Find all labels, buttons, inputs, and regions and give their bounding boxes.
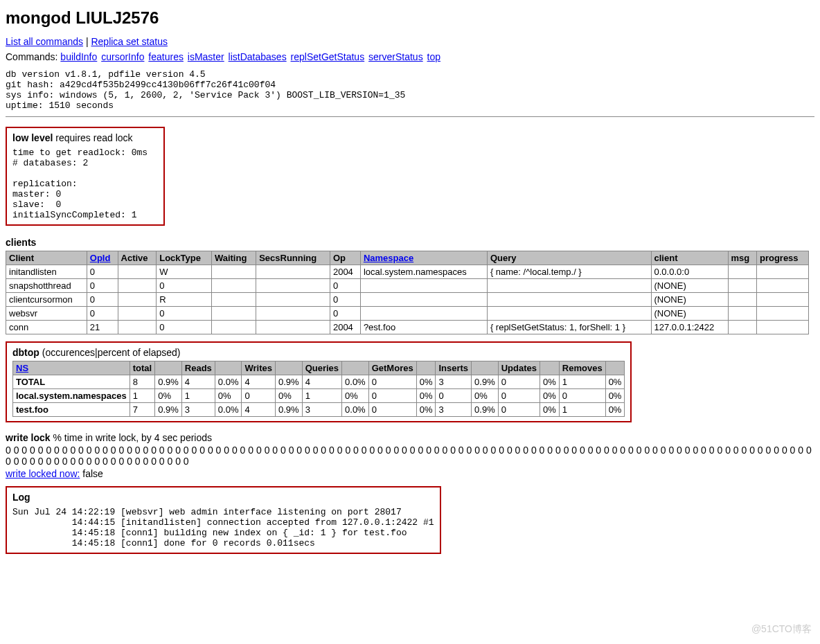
- write-locked-now-link[interactable]: write locked now:: [6, 468, 80, 479]
- page-title: mongod LIULJ2576: [6, 8, 814, 28]
- col-header[interactable]: OpId: [87, 251, 118, 265]
- table-cell: 0.0%: [215, 403, 242, 417]
- col-header: Reads: [181, 361, 215, 375]
- table-cell: 1: [302, 389, 341, 403]
- col-header: [342, 361, 369, 375]
- table-cell: [211, 321, 256, 334]
- table-cell: 1: [559, 403, 605, 417]
- table-row: test.foo70.9%30.0%40.9%30.0%00%30.9%00%1…: [13, 403, 625, 417]
- table-cell: 0%: [540, 375, 560, 389]
- list-all-commands-link[interactable]: List all commands: [6, 36, 83, 47]
- table-cell: snapshotthread: [6, 279, 87, 293]
- col-header: [275, 361, 302, 375]
- table-cell: 0: [330, 307, 360, 321]
- command-link-buildInfo[interactable]: buildInfo: [60, 51, 97, 62]
- col-header: Writes: [242, 361, 276, 375]
- table-cell: 3: [436, 403, 472, 417]
- table-cell: [756, 307, 808, 321]
- table-cell: 0: [368, 403, 416, 417]
- col-header: msg: [728, 251, 756, 265]
- clients-table: ClientOpIdActiveLockTypeWaitingSecsRunni…: [6, 251, 809, 334]
- command-link-replSetGetStatus[interactable]: replSetGetStatus: [291, 51, 365, 62]
- table-cell: 4: [242, 403, 276, 417]
- table-cell: 127.0.0.1:2422: [651, 321, 728, 334]
- table-cell: initandlisten: [6, 265, 87, 279]
- table-cell: 0.0%: [215, 375, 242, 389]
- table-cell: 1: [130, 389, 154, 403]
- table-cell: [118, 307, 157, 321]
- table-cell: 0: [87, 293, 118, 307]
- table-cell: [728, 279, 756, 293]
- lowlevel-heading-bold: low level: [12, 132, 53, 143]
- divider: [6, 116, 814, 117]
- table-cell: [360, 279, 487, 293]
- replica-set-status-link[interactable]: Replica set status: [91, 36, 168, 47]
- command-separator: [98, 51, 100, 62]
- table-cell: 0: [498, 375, 540, 389]
- col-header: Inserts: [436, 361, 472, 375]
- command-link-top[interactable]: top: [427, 51, 440, 62]
- table-cell: clientcursormon: [6, 293, 87, 307]
- dbtop-title-bold: dbtop: [12, 347, 39, 358]
- command-link-serverStatus[interactable]: serverStatus: [368, 51, 423, 62]
- table-cell: 0: [330, 293, 360, 307]
- col-header: Op: [330, 251, 360, 265]
- col-header: LockType: [157, 251, 212, 265]
- table-cell: 0.0%: [342, 375, 369, 389]
- clients-title: clients: [6, 237, 814, 248]
- command-separator: [145, 51, 148, 62]
- col-header: client: [651, 251, 728, 265]
- command-link-listDatabases[interactable]: listDatabases: [229, 51, 287, 62]
- table-cell: TOTAL: [13, 375, 130, 389]
- col-header: GetMores: [368, 361, 416, 375]
- col-header-link[interactable]: NS: [16, 363, 28, 373]
- table-cell: (NONE): [651, 279, 728, 293]
- command-link-cursorInfo[interactable]: cursorInfo: [101, 51, 144, 62]
- table-cell: 0%: [155, 389, 182, 403]
- writelock-zeros: 0 0 0 0 0 0 0 0 0 0 0 0 0 0 0 0 0 0 0 0 …: [6, 445, 814, 467]
- table-cell: 0: [498, 389, 540, 403]
- table-cell: local.system.namespaces: [13, 389, 130, 403]
- table-row: websvr000(NONE): [6, 307, 809, 321]
- table-cell: 0.9%: [275, 375, 302, 389]
- command-link-features[interactable]: features: [148, 51, 184, 62]
- table-cell: 4: [242, 375, 276, 389]
- table-cell: 0: [87, 307, 118, 321]
- table-cell: 0.9%: [472, 403, 499, 417]
- col-header-link[interactable]: OpId: [90, 253, 111, 263]
- table-cell: 21: [87, 321, 118, 334]
- col-header: [605, 361, 625, 375]
- table-cell: [756, 293, 808, 307]
- table-cell: 0: [87, 265, 118, 279]
- table-cell: 0: [87, 279, 118, 293]
- lowlevel-body: time to get readlock: 0ms # databases: 2…: [12, 147, 158, 220]
- dbtop-table: NStotalReadsWritesQueriesGetMoresInserts…: [12, 361, 625, 417]
- command-separator: [287, 51, 290, 62]
- col-header: [416, 361, 436, 375]
- table-cell: [756, 279, 808, 293]
- table-cell: 0%: [416, 389, 436, 403]
- table-cell: 0%: [416, 403, 436, 417]
- writelock-title-rest: % time in write lock, by 4 sec periods: [51, 432, 212, 443]
- table-row: TOTAL80.9%40.0%40.9%40.0%00%30.9%00%10%: [13, 375, 625, 389]
- table-cell: [118, 265, 157, 279]
- table-row: clientcursormon0R0(NONE): [6, 293, 809, 307]
- writelock-title-bold: write lock: [6, 432, 51, 443]
- table-cell: 0.9%: [275, 403, 302, 417]
- table-cell: 3: [436, 375, 472, 389]
- command-link-isMaster[interactable]: isMaster: [188, 51, 224, 62]
- table-cell: [487, 293, 651, 307]
- table-cell: 0%: [540, 389, 560, 403]
- col-header[interactable]: Namespace: [360, 251, 487, 265]
- lowlevel-heading: low level requires read lock: [12, 132, 158, 143]
- table-cell: 0%: [215, 389, 242, 403]
- table-cell: 2004: [330, 265, 360, 279]
- col-header[interactable]: NS: [13, 361, 130, 375]
- table-cell: 0%: [605, 389, 625, 403]
- commands-line: Commands: buildInfo cursorInfo features …: [6, 51, 814, 62]
- table-cell: 0: [559, 389, 605, 403]
- nav-separator: |: [83, 36, 91, 47]
- col-header-link[interactable]: Namespace: [364, 253, 413, 263]
- col-header: [215, 361, 242, 375]
- command-separator: [225, 51, 228, 62]
